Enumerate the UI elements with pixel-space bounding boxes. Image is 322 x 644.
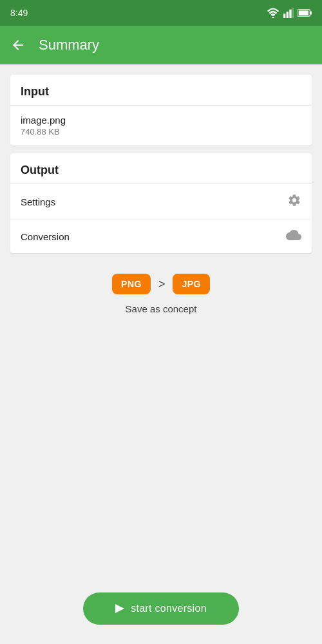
svg-rect-1 (283, 14, 285, 18)
start-conversion-button[interactable]: start conversion (83, 592, 239, 625)
status-time: 8:49 (10, 8, 28, 18)
bottom-area: start conversion (0, 592, 322, 625)
input-card-header: Input (10, 75, 312, 106)
input-file-info: image.png 740.88 KB (21, 115, 66, 137)
signal-icon (283, 8, 294, 18)
save-concept-label[interactable]: Save as concept (126, 303, 197, 314)
output-card: Output Settings Conversion (10, 153, 312, 253)
svg-rect-7 (299, 11, 308, 15)
svg-rect-3 (289, 10, 291, 18)
svg-rect-4 (292, 8, 294, 18)
output-card-header: Output (10, 153, 312, 184)
svg-point-0 (272, 17, 274, 18)
cloud-icon (286, 229, 301, 244)
back-button[interactable] (10, 37, 26, 53)
conversion-label: Conversion (21, 231, 70, 242)
wifi-icon (267, 8, 279, 18)
start-conversion-label: start conversion (131, 603, 207, 614)
input-file-size: 740.88 KB (21, 127, 66, 137)
play-icon (115, 604, 124, 613)
app-bar: Summary (0, 26, 322, 64)
conversion-row[interactable]: Conversion (10, 220, 312, 253)
conversion-section: PNG > JPG Save as concept (10, 261, 312, 321)
svg-rect-6 (310, 11, 312, 14)
source-format-badge: PNG (112, 274, 151, 294)
status-icons (267, 8, 312, 18)
conversion-badges: PNG > JPG (112, 274, 210, 294)
output-section-title: Output (21, 164, 59, 176)
main-content: Input image.png 740.88 KB Output Setting… (0, 64, 322, 331)
gear-icon (287, 193, 301, 210)
svg-rect-2 (287, 12, 289, 18)
battery-icon (298, 9, 312, 17)
status-bar: 8:49 (0, 0, 322, 26)
input-file-row: image.png 740.88 KB (10, 106, 312, 146)
back-arrow-icon (10, 37, 26, 53)
target-format-badge: JPG (173, 274, 210, 294)
app-bar-title: Summary (39, 37, 99, 53)
input-section-title: Input (21, 85, 49, 98)
input-card: Input image.png 740.88 KB (10, 75, 312, 146)
input-file-name: image.png (21, 115, 66, 126)
settings-label: Settings (21, 196, 55, 207)
settings-row[interactable]: Settings (10, 184, 312, 220)
conversion-arrow: > (158, 278, 166, 291)
